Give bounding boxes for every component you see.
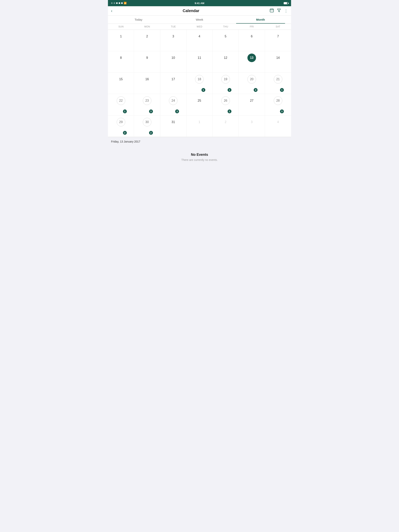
event-badge: 1 xyxy=(228,88,232,92)
day-number[interactable]: 1 xyxy=(195,118,204,126)
calendar-cell[interactable]: 4 xyxy=(187,30,212,51)
more-icon[interactable]: ⋮ xyxy=(284,9,288,13)
calendar-cell[interactable]: 11 xyxy=(187,51,212,73)
day-number[interactable]: 24 xyxy=(169,96,178,105)
calendar-cell[interactable]: 9 xyxy=(134,51,160,73)
day-number[interactable]: 4 xyxy=(274,118,282,126)
tab-today[interactable]: Today xyxy=(108,16,169,24)
event-badge: 1 xyxy=(228,109,232,113)
calendar-cell[interactable]: 211 xyxy=(265,73,291,94)
calendar-cell[interactable]: 181 xyxy=(187,73,212,94)
day-number[interactable]: 2 xyxy=(143,32,151,41)
day-number[interactable]: 25 xyxy=(195,96,204,105)
day-number[interactable]: 11 xyxy=(195,54,204,62)
day-number[interactable]: 5 xyxy=(221,32,230,41)
filter-icon[interactable] xyxy=(277,8,281,13)
calendar-cell[interactable]: 27 xyxy=(239,94,265,115)
status-bar-left: 📶 xyxy=(111,2,127,5)
calendar-cell[interactable]: 15 xyxy=(108,73,134,94)
day-number[interactable]: 6 xyxy=(247,32,256,41)
calendar-cell[interactable]: 7 xyxy=(265,30,291,51)
day-number[interactable]: 3 xyxy=(247,118,256,126)
calendar-cell[interactable]: 16 xyxy=(134,73,160,94)
calendar-cell[interactable]: 204 xyxy=(239,73,265,94)
day-header-wed: WED xyxy=(187,24,212,30)
calendar-cell[interactable]: 2 xyxy=(212,115,239,137)
day-number[interactable]: 14 xyxy=(274,54,282,62)
day-header-sat: SAT xyxy=(265,24,291,30)
event-badge: 4 xyxy=(254,88,257,92)
day-number[interactable]: 4 xyxy=(195,32,204,41)
calendar-cell[interactable]: 12 xyxy=(212,51,239,73)
calendar-cell[interactable]: 31 xyxy=(160,115,187,137)
day-number[interactable]: 3 xyxy=(169,32,178,41)
calendar-cell[interactable]: 191 xyxy=(212,73,239,94)
day-number[interactable]: 29 xyxy=(117,118,125,126)
tab-week[interactable]: Week xyxy=(169,16,230,24)
calendar-grid: 1234567891011121314151617181191204211221… xyxy=(108,30,291,137)
day-number[interactable]: 19 xyxy=(221,75,230,83)
day-number[interactable]: 21 xyxy=(274,75,282,83)
day-number[interactable]: 23 xyxy=(143,96,151,105)
calendar-cell[interactable]: 292 xyxy=(108,115,134,137)
calendar-cell[interactable]: 8 xyxy=(108,51,134,73)
calendar-cell[interactable]: 10 xyxy=(160,51,187,73)
day-number[interactable]: 15 xyxy=(117,75,125,83)
calendar-cell[interactable]: 6 xyxy=(239,30,265,51)
status-bar-right xyxy=(284,2,288,4)
bottom-spacer xyxy=(108,169,291,208)
day-header-mon: MON xyxy=(134,24,160,30)
day-number[interactable]: 13 xyxy=(247,54,256,62)
event-badge: 1 xyxy=(201,88,205,92)
day-number[interactable]: 9 xyxy=(143,54,151,62)
day-number[interactable]: 16 xyxy=(143,75,151,83)
day-header-fri: FRI xyxy=(239,24,265,30)
calendar-cell[interactable]: 4 xyxy=(265,115,291,137)
svg-marker-4 xyxy=(277,9,281,12)
calendar-cell[interactable]: 233 xyxy=(134,94,160,115)
event-badge: 1 xyxy=(280,88,284,92)
day-number[interactable]: 2 xyxy=(221,118,230,126)
signal-dot-1 xyxy=(111,2,113,4)
calendar-cell[interactable]: 221 xyxy=(108,94,134,115)
day-number[interactable]: 8 xyxy=(117,54,125,62)
wifi-icon: 📶 xyxy=(124,2,127,5)
back-button[interactable]: ‹ xyxy=(111,9,112,13)
view-tabs: Today Week Month xyxy=(108,16,291,24)
day-number[interactable]: 28 xyxy=(274,96,282,105)
calendar-cell[interactable]: 14 xyxy=(265,51,291,73)
battery-icon xyxy=(284,2,288,4)
day-number[interactable]: 31 xyxy=(169,118,178,126)
day-number[interactable]: 22 xyxy=(117,96,125,105)
day-number[interactable]: 10 xyxy=(169,54,178,62)
day-number[interactable]: 27 xyxy=(247,96,256,105)
calendar-cell[interactable]: 243 xyxy=(160,94,187,115)
calendar-cell[interactable]: 3 xyxy=(160,30,187,51)
calendar-cell[interactable]: 1 xyxy=(108,30,134,51)
event-badge: 3 xyxy=(175,109,179,113)
day-number[interactable]: 17 xyxy=(169,75,178,83)
calendar-cell[interactable]: 283 xyxy=(265,94,291,115)
calendar-cell[interactable]: 13 xyxy=(239,51,265,73)
signal-dot-5 xyxy=(121,2,123,4)
day-number[interactable]: 30 xyxy=(143,118,151,126)
tab-month[interactable]: Month xyxy=(230,16,291,24)
status-time: 9:41 AM xyxy=(195,2,204,5)
no-events-section: No Events There are currently no events. xyxy=(108,145,291,169)
calendar-cell[interactable]: 3 xyxy=(239,115,265,137)
calendar-cell[interactable]: 17 xyxy=(160,73,187,94)
calendar-cell[interactable]: 261 xyxy=(212,94,239,115)
calendar-cell[interactable]: 25 xyxy=(187,94,212,115)
day-number[interactable]: 18 xyxy=(195,75,204,83)
day-number[interactable]: 26 xyxy=(221,96,230,105)
day-number[interactable]: 1 xyxy=(117,32,125,41)
calendar-cell[interactable]: 2 xyxy=(134,30,160,51)
calendar-icon[interactable] xyxy=(270,8,274,13)
day-number[interactable]: 12 xyxy=(221,54,230,62)
calendar-cell[interactable]: 5 xyxy=(212,30,239,51)
calendar-cell[interactable]: 302 xyxy=(134,115,160,137)
no-events-title: No Events xyxy=(111,153,288,157)
day-number[interactable]: 20 xyxy=(247,75,256,83)
day-number[interactable]: 7 xyxy=(274,32,282,41)
calendar-cell[interactable]: 1 xyxy=(187,115,212,137)
